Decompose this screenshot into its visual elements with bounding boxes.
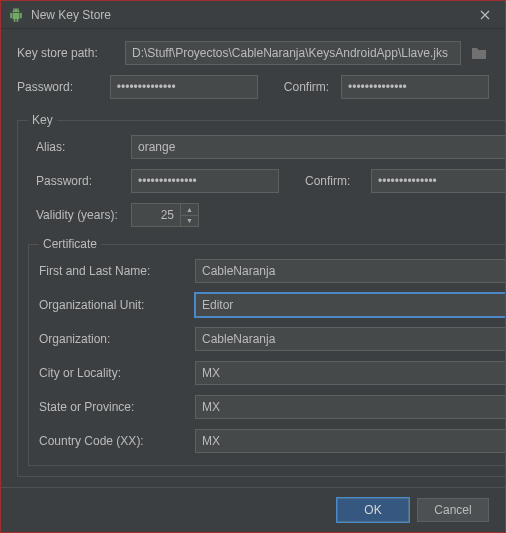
org-row: Organization: bbox=[39, 327, 506, 351]
org-label: Organization: bbox=[39, 332, 187, 346]
alias-label: Alias: bbox=[28, 140, 123, 154]
keystore-password-row: Password: Confirm: bbox=[17, 75, 489, 99]
window-title: New Key Store bbox=[31, 8, 473, 22]
state-row: State or Province: bbox=[39, 395, 506, 419]
spinner-up-icon[interactable]: ▲ bbox=[181, 204, 198, 216]
state-label: State or Province: bbox=[39, 400, 187, 414]
key-legend: Key bbox=[28, 113, 57, 127]
certificate-fieldset: Certificate First and Last Name: Organiz… bbox=[28, 237, 506, 466]
key-confirm-input[interactable] bbox=[371, 169, 506, 193]
browse-folder-icon[interactable] bbox=[469, 43, 489, 63]
validity-row: Validity (years): ▲ ▼ bbox=[28, 203, 506, 227]
key-password-label: Password: bbox=[28, 174, 123, 188]
alias-row: Alias: bbox=[28, 135, 506, 159]
org-input[interactable] bbox=[195, 327, 506, 351]
key-password-row: Password: Confirm: bbox=[28, 169, 506, 193]
key-password-input[interactable] bbox=[131, 169, 279, 193]
titlebar: New Key Store bbox=[1, 1, 505, 29]
keystore-path-row: Key store path: bbox=[17, 41, 489, 65]
country-label: Country Code (XX): bbox=[39, 434, 187, 448]
keystore-path-input[interactable] bbox=[125, 41, 461, 65]
city-label: City or Locality: bbox=[39, 366, 187, 380]
org-unit-row: Organizational Unit: bbox=[39, 293, 506, 317]
close-icon[interactable] bbox=[473, 3, 497, 27]
state-input[interactable] bbox=[195, 395, 506, 419]
dialog-footer: OK Cancel bbox=[1, 487, 505, 532]
key-confirm-label: Confirm: bbox=[305, 174, 363, 188]
spinner-down-icon[interactable]: ▼ bbox=[181, 216, 198, 227]
country-row: Country Code (XX): bbox=[39, 429, 506, 453]
validity-spinner[interactable]: ▲ ▼ bbox=[131, 203, 199, 227]
cancel-button[interactable]: Cancel bbox=[417, 498, 489, 522]
dialog-content: Key store path: Password: Confirm: Key A… bbox=[1, 29, 505, 487]
first-last-row: First and Last Name: bbox=[39, 259, 506, 283]
certificate-legend: Certificate bbox=[39, 237, 101, 251]
alias-input[interactable] bbox=[131, 135, 506, 159]
keystore-confirm-input[interactable] bbox=[341, 75, 489, 99]
city-row: City or Locality: bbox=[39, 361, 506, 385]
ok-button[interactable]: OK bbox=[337, 498, 409, 522]
org-unit-input[interactable] bbox=[195, 293, 506, 317]
validity-input[interactable] bbox=[132, 204, 180, 226]
validity-label: Validity (years): bbox=[28, 208, 123, 222]
android-icon bbox=[9, 8, 23, 22]
keystore-path-label: Key store path: bbox=[17, 46, 117, 60]
org-unit-label: Organizational Unit: bbox=[39, 298, 187, 312]
first-last-label: First and Last Name: bbox=[39, 264, 187, 278]
city-input[interactable] bbox=[195, 361, 506, 385]
keystore-confirm-label: Confirm: bbox=[284, 80, 333, 94]
keystore-password-input[interactable] bbox=[110, 75, 258, 99]
keystore-password-label: Password: bbox=[17, 80, 102, 94]
first-last-input[interactable] bbox=[195, 259, 506, 283]
key-fieldset: Key Alias: Password: Confirm: Validity (… bbox=[17, 113, 506, 477]
country-input[interactable] bbox=[195, 429, 506, 453]
